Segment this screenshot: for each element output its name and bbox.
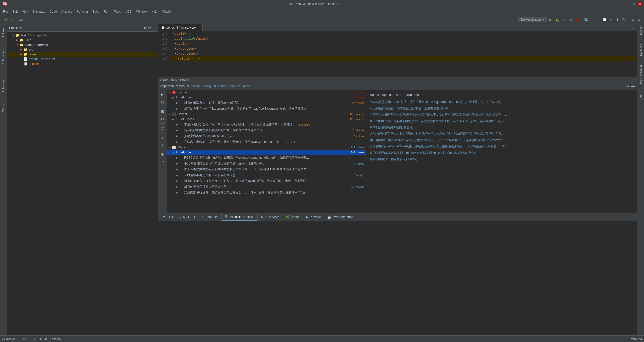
tab-git[interactable]: ⎇ 9: Git: [158, 213, 176, 221]
desc-item-10[interactable]: 集合初始化时，指定集合初始值大小。: [370, 157, 633, 162]
event-log-status[interactable]: Event Log: [629, 337, 642, 340]
desc-item-5[interactable]: 所有的类都必须添加创建者信息。: [370, 125, 633, 130]
menu-analyze[interactable]: Analyze: [59, 9, 74, 14]
vtab-bean-validation[interactable]: Bean Validation: [638, 63, 643, 86]
tab-sonarlint[interactable]: ⚠ SonarLint: [198, 213, 221, 221]
enum-item[interactable]: ▶ 所有的枚举类型字段必须要有注释，说明每个数据项的用途。 6 critical…: [167, 127, 366, 133]
desc-item-4[interactable]: 所有的抽象方法（包括接口中的方法）必须要用javadoc注释、除了返回值、参数、…: [370, 119, 633, 124]
menu-plugin[interactable]: Plugin: [160, 9, 173, 14]
critical-row[interactable]: ▶ ⬛ Critical 128 criticals: [167, 112, 366, 117]
menu-refactor[interactable]: Refactor: [75, 9, 90, 14]
run-button[interactable]: ▶: [547, 17, 553, 22]
git-push[interactable]: ⬆: [615, 17, 620, 22]
prev-button[interactable]: ↑: [159, 134, 166, 141]
forward-button[interactable]: ▷: [9, 17, 15, 22]
tab-todo[interactable]: ✓ 6: TODO: [176, 213, 198, 221]
indent-status[interactable]: 4 spaces: [50, 337, 61, 340]
export-button[interactable]: ↗: [159, 158, 166, 165]
executor-item[interactable]: ▶ 线程池也不允许使用Executors去创建，而是通过ThreadPoolEx…: [167, 106, 366, 112]
git-update[interactable]: ✓: [589, 17, 595, 22]
close-button[interactable]: ✕: [638, 2, 642, 6]
tree-target[interactable]: ▶ 📁 target: [7, 52, 158, 57]
minimize-button[interactable]: ─: [626, 2, 630, 6]
override-item[interactable]: ▶ 所有的覆写方法，必须加@Override注解。 11 blockers: [167, 100, 366, 106]
tab-close-button[interactable]: ✕: [197, 26, 199, 29]
abstract-item[interactable]: ▶ 抽象类命名使用Abstract或Base开头 1 critical: [167, 133, 366, 139]
javadoc-item[interactable]: ▶ 所有的抽象方法（包括接口中的方法）必须要用javadoc注释、除了返回值、参…: [167, 178, 366, 184]
app-selector[interactable]: TaxiApplication ▼: [518, 17, 547, 22]
run-inspection-button[interactable]: ▶: [159, 91, 166, 98]
tab-services[interactable]: ⚙ 8: Services: [258, 213, 283, 221]
const-name-item[interactable]: ▶ 常量命名应该全部大写，单词间用下划线隔开，力求语义表达完整清楚，不要嫌名字长…: [167, 122, 366, 127]
coverage-button[interactable]: ☂: [562, 17, 568, 22]
menu-vcs[interactable]: VCS: [124, 9, 134, 14]
desc-item-6[interactable]: 方法内部单行注释，在被注释语句上方另起一行，使用//注释。方法内部多行注释使用/…: [370, 131, 633, 136]
tab-spring[interactable]: 🌿 Spring: [283, 213, 303, 221]
debug-button[interactable]: 🐛: [554, 17, 561, 22]
cleanup-item[interactable]: ▶ 及时清理不再使用的代码段或配置信息。 1 major: [167, 172, 366, 178]
tab-inspection[interactable]: 🔍 Inspection Results: [222, 213, 258, 221]
tree-iml[interactable]: 📄 account-service.iml: [7, 57, 158, 61]
menu-view[interactable]: View: [20, 9, 31, 14]
vtab-maven[interactable]: Maven: [638, 24, 643, 37]
breadcrumb-plugins[interactable]: plugins: [180, 78, 189, 81]
tree-src[interactable]: ▶ 📁 src: [7, 47, 158, 52]
camel-item[interactable]: ▶ 方法名、参数名、成员变量、局部变量都统一使用lowerCamelCase，必…: [167, 139, 366, 145]
vtab-favorites[interactable]: 2: Favorites: [1, 77, 6, 94]
menu-help[interactable]: Help: [149, 9, 160, 14]
vtab-project[interactable]: 1: Project: [1, 24, 6, 39]
position-status[interactable]: 143:15: [21, 337, 30, 340]
rerun-button[interactable]: ⊟: [159, 98, 166, 106]
editor-tab-pom[interactable]: 📋 pom.xml (taxi-service) ✕: [158, 24, 203, 31]
menu-tools[interactable]: Tools: [112, 9, 123, 14]
inline-comment-item[interactable]: ▶ 方法内部单行注释，在被注释语句上方另起一行，使用//注释。方法内部多行注释使…: [167, 190, 366, 195]
desc-item-7[interactable]: 类、类属性、类方法的注释必须使用javadoc规范，使用/**内容*/格式，不得…: [370, 138, 633, 143]
tostring-item[interactable]: ▶ POJO类必须写toString方法。使用工具类source> genera…: [167, 155, 366, 161]
desc-item-8[interactable]: 类名使用UpperCamelCase风格，必须遵从驼峰形式，但以下情形例外：（领…: [370, 144, 633, 149]
ali-check-major-row[interactable]: ▼ A Ali-Check 349 majors: [167, 150, 366, 155]
collapse-view-button[interactable]: ⊟: [636, 17, 642, 22]
tree-idea[interactable]: ▶ 📁 .idea: [7, 38, 158, 42]
menu-run[interactable]: Run: [102, 9, 111, 14]
encoding-status[interactable]: UTF-8: [39, 337, 47, 340]
menu-navigate[interactable]: Navigate: [31, 9, 47, 14]
breadcrumb-build[interactable]: build: [171, 78, 177, 81]
project-locate-button[interactable]: ⊕: [144, 26, 147, 30]
major-row[interactable]: ▼ ⬜ Major 349 majors: [167, 145, 366, 150]
ali-check-blocker-row[interactable]: ▶ A Ali-Check 13 blockers: [167, 95, 366, 100]
editor-content[interactable]: 140 <goals> 141 <goal>build</goal> 142 <…: [158, 31, 637, 77]
menu-build[interactable]: Build: [91, 9, 101, 14]
git-commit[interactable]: ✔: [595, 17, 601, 22]
tree-pom[interactable]: 📋 pom.xml: [7, 61, 158, 66]
git-history[interactable]: 🕐: [601, 17, 608, 22]
project-collapse-button[interactable]: —: [152, 26, 156, 30]
maximize-button[interactable]: □: [632, 2, 636, 6]
project-settings-button[interactable]: ⚙: [148, 26, 151, 30]
inspection-settings-button[interactable]: ⚙: [626, 84, 629, 88]
creator-item[interactable]: ▶ 所有的类都必须添加创建者信息。 133 majors: [167, 184, 366, 190]
expand-all-button[interactable]: ⊞: [159, 108, 166, 115]
blocker-row[interactable]: ▶ 🔴 Blocker 13 blockers: [167, 90, 366, 95]
tree-account-service[interactable]: ▼ 📁 account-service: [7, 42, 158, 47]
vtab-database[interactable]: Database: [638, 42, 643, 58]
git-branch-status[interactable]: ⎇ master: [2, 337, 15, 340]
menu-window[interactable]: Window: [134, 9, 149, 14]
desc-item-9[interactable]: 返回类型为基本数据类型，return包装数据类型的对象时，自动拆箱有可能产生NP…: [370, 151, 633, 155]
breadcrumb-project[interactable]: project: [160, 78, 168, 81]
menu-file[interactable]: File: [1, 9, 10, 14]
tree-root[interactable]: ▼ 📁 taxi D:\workspace\taxi: [7, 33, 158, 38]
line-ending-status[interactable]: LF: [32, 337, 36, 340]
settings2-button[interactable]: ⚙: [159, 151, 166, 158]
menu-edit[interactable]: Edit: [10, 9, 20, 14]
stop-button[interactable]: ◼: [574, 17, 580, 22]
next-button[interactable]: ↓: [159, 142, 166, 149]
desc-item-3[interactable]: 关于基本数据类型与包装数据类型的使用标准如下： 1）所有的POJO类属性必须使用…: [370, 112, 633, 117]
tab-java-enterprise[interactable]: ☕ Java Enterprise: [324, 213, 356, 221]
ali-check-critical-row[interactable]: ▶ A Ali-Check 128 criticals: [167, 117, 366, 122]
desc-item-1[interactable]: POJO类必须写toString方法。使用工具类source> generate…: [370, 100, 633, 105]
profile-button[interactable]: ⊕: [568, 17, 574, 22]
wrapper-item[interactable]: ▶ 关于基本数据类型与包装数据类型的使用标准如下： 1）所有的POJO类属性必须…: [167, 166, 366, 172]
filter-button[interactable]: ▽: [159, 125, 166, 132]
vtab-ant[interactable]: Ant: [638, 91, 643, 100]
desc-item-2[interactable]: 不允许任何魔法值（即未经定义的常量）直接出现在代码中。: [370, 106, 633, 111]
